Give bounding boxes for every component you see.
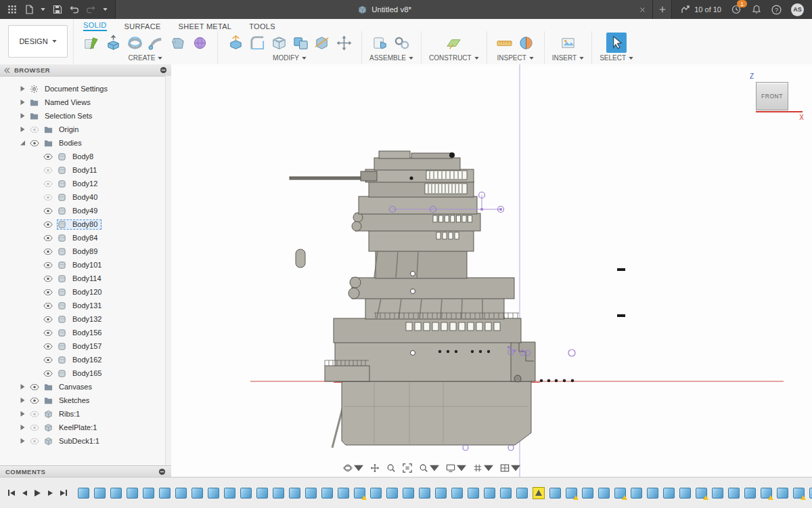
timeline-feature-43-warn[interactable]	[761, 488, 772, 499]
group-label-modify[interactable]: MODIFY	[273, 54, 307, 62]
group-label-assemble[interactable]: ASSEMBLE	[369, 54, 413, 62]
timeline-feature-17[interactable]	[338, 488, 349, 499]
viewports-button[interactable]	[497, 462, 523, 474]
sweep-button[interactable]	[146, 33, 166, 53]
browser-item-body131[interactable]: Body131	[0, 299, 166, 312]
timeline-feature-9[interactable]	[208, 488, 219, 499]
timeline-feature-36[interactable]	[647, 488, 658, 499]
visibility-eye-icon[interactable]	[43, 330, 55, 336]
help-icon[interactable]: ?	[771, 5, 782, 15]
browser-item-body165[interactable]: Body165	[0, 366, 166, 380]
timeline-feature-7[interactable]	[175, 488, 187, 499]
expand-arrow-icon[interactable]	[20, 86, 27, 91]
timeline-feature-32[interactable]	[582, 488, 593, 499]
timeline-feature-19[interactable]	[370, 488, 382, 499]
timeline-feature-3[interactable]	[110, 488, 122, 499]
browser-item-body101[interactable]: Body101	[0, 258, 166, 272]
comments-bar[interactable]: COMMENTS	[0, 465, 171, 478]
visibility-eye-icon[interactable]	[43, 303, 55, 309]
revolve-button[interactable]	[125, 33, 145, 53]
browser-item-document-settings[interactable]: Document Settings	[0, 82, 166, 96]
expand-arrow-icon[interactable]	[20, 425, 27, 430]
timeline-feature-39-warn[interactable]	[696, 488, 707, 499]
timeline-feature-41[interactable]	[728, 488, 740, 499]
visibility-eye-icon[interactable]	[43, 208, 55, 214]
timeline-feature-6[interactable]	[159, 488, 171, 499]
timeline-feature-30[interactable]	[549, 488, 561, 499]
visibility-eye-icon[interactable]	[43, 235, 55, 241]
file-menu-caret-icon[interactable]	[40, 4, 46, 15]
browser-item-body156[interactable]: Body156	[0, 326, 166, 339]
timeline-feature-29-active[interactable]	[533, 487, 545, 499]
browser-item-origin[interactable]: Origin	[0, 123, 166, 136]
expand-arrow-icon[interactable]	[20, 384, 27, 389]
visibility-eye-icon[interactable]	[30, 384, 41, 390]
skip-to-end-button[interactable]	[59, 488, 68, 497]
expand-arrow-icon[interactable]	[20, 113, 27, 119]
play-button[interactable]	[33, 488, 42, 498]
browser-item-body11[interactable]: Body11	[0, 163, 166, 177]
browser-item-keelplate-1[interactable]: KeelPlate:1	[0, 421, 166, 434]
fit-button[interactable]	[400, 462, 415, 474]
visibility-eye-icon[interactable]	[43, 167, 55, 173]
timeline-feature-22[interactable]	[419, 488, 430, 499]
construction-plane-button[interactable]	[444, 33, 464, 53]
select-cursor-button[interactable]	[606, 33, 627, 53]
browser-item-body114[interactable]: Body114	[0, 272, 166, 285]
viewcube[interactable]: Z FRONT X	[750, 72, 803, 121]
visibility-eye-icon[interactable]	[43, 371, 55, 377]
joint-button[interactable]	[392, 33, 412, 53]
group-label-select[interactable]: SELECT	[600, 54, 633, 62]
document-tab[interactable]: Untitled v8*	[115, 0, 653, 19]
undo-history-caret-icon[interactable]	[102, 4, 108, 15]
save-icon[interactable]	[52, 4, 63, 15]
new-tab-button[interactable]	[653, 0, 672, 19]
orbit-button[interactable]	[340, 462, 366, 474]
file-new-icon[interactable]	[24, 4, 35, 15]
visibility-eye-icon[interactable]	[43, 194, 55, 200]
timeline-feature-35[interactable]	[631, 488, 642, 499]
browser-item-ribs-1[interactable]: Ribs:1	[0, 407, 166, 421]
visibility-eye-icon[interactable]	[30, 411, 41, 417]
visibility-eye-icon[interactable]	[30, 425, 41, 431]
extrude-button[interactable]	[103, 33, 123, 53]
browser-item-body120[interactable]: Body120	[0, 285, 166, 299]
panel-options-icon[interactable]	[160, 66, 167, 74]
timeline-feature-2[interactable]	[94, 488, 106, 499]
visibility-eye-icon[interactable]	[43, 154, 55, 160]
expand-arrow-icon[interactable]	[20, 411, 27, 417]
visibility-eye-icon[interactable]	[43, 316, 55, 322]
timeline-feature-24[interactable]	[451, 488, 463, 499]
measure-button[interactable]	[495, 33, 515, 53]
visibility-eye-icon[interactable]	[30, 438, 41, 444]
visibility-eye-icon[interactable]	[43, 262, 55, 268]
undo-icon[interactable]	[69, 4, 80, 15]
visibility-eye-icon[interactable]	[43, 249, 55, 255]
app-launcher-grid-icon[interactable]	[7, 4, 18, 15]
display-settings-button[interactable]	[443, 462, 469, 474]
expand-arrow-icon[interactable]	[20, 100, 27, 105]
timeline-feature-34-warn[interactable]	[614, 488, 626, 499]
zoom-window-button[interactable]	[416, 462, 442, 474]
timeline-feature-11[interactable]	[240, 488, 252, 499]
browser-item-body84[interactable]: Body84	[0, 231, 166, 245]
timeline-feature-12[interactable]	[256, 488, 268, 499]
ribbon-tab-sheet-metal[interactable]: SHEET METAL	[179, 22, 232, 31]
timeline-feature-33[interactable]	[598, 488, 610, 499]
model-3d-canvas[interactable]	[171, 64, 812, 478]
group-label-construct[interactable]: CONSTRUCT	[429, 54, 479, 62]
timeline-feature-13[interactable]	[273, 488, 284, 499]
expand-arrow-icon[interactable]	[20, 127, 27, 132]
coil-button[interactable]	[189, 33, 210, 53]
timeline-feature-28[interactable]	[516, 488, 528, 499]
browser-item-body89[interactable]: Body89	[0, 245, 166, 258]
user-avatar[interactable]: AS	[791, 3, 804, 16]
browser-panel-header[interactable]: BROWSER	[0, 64, 171, 77]
browser-item-body49[interactable]: Body49	[0, 204, 166, 217]
timeline-feature-25[interactable]	[468, 488, 479, 499]
ribbon-tab-solid[interactable]: SOLID	[83, 21, 107, 31]
expand-arrow-icon[interactable]	[20, 398, 27, 403]
browser-scrollbar[interactable]	[165, 76, 171, 466]
browser-item-body80[interactable]: Body80	[0, 217, 166, 231]
timeline-feature-31-warn[interactable]	[566, 488, 577, 499]
